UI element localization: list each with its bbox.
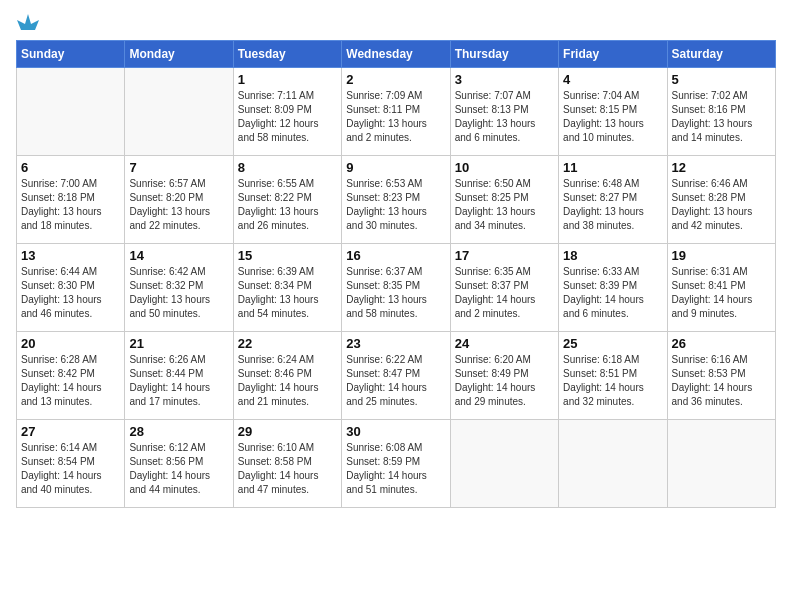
calendar-header: SundayMondayTuesdayWednesdayThursdayFrid… [17, 41, 776, 68]
calendar-cell [17, 68, 125, 156]
calendar-week-row: 27Sunrise: 6:14 AM Sunset: 8:54 PM Dayli… [17, 420, 776, 508]
day-info: Sunrise: 6:46 AM Sunset: 8:28 PM Dayligh… [672, 177, 771, 233]
day-number: 7 [129, 160, 228, 175]
calendar-cell [450, 420, 558, 508]
calendar-cell: 13Sunrise: 6:44 AM Sunset: 8:30 PM Dayli… [17, 244, 125, 332]
day-number: 16 [346, 248, 445, 263]
calendar-cell: 20Sunrise: 6:28 AM Sunset: 8:42 PM Dayli… [17, 332, 125, 420]
day-number: 5 [672, 72, 771, 87]
day-number: 11 [563, 160, 662, 175]
calendar-cell: 14Sunrise: 6:42 AM Sunset: 8:32 PM Dayli… [125, 244, 233, 332]
calendar-cell: 23Sunrise: 6:22 AM Sunset: 8:47 PM Dayli… [342, 332, 450, 420]
day-info: Sunrise: 7:04 AM Sunset: 8:15 PM Dayligh… [563, 89, 662, 145]
day-number: 9 [346, 160, 445, 175]
day-number: 10 [455, 160, 554, 175]
logo-icon [17, 12, 39, 32]
day-info: Sunrise: 6:35 AM Sunset: 8:37 PM Dayligh… [455, 265, 554, 321]
day-number: 24 [455, 336, 554, 351]
day-info: Sunrise: 6:31 AM Sunset: 8:41 PM Dayligh… [672, 265, 771, 321]
calendar-cell: 4Sunrise: 7:04 AM Sunset: 8:15 PM Daylig… [559, 68, 667, 156]
day-info: Sunrise: 6:10 AM Sunset: 8:58 PM Dayligh… [238, 441, 337, 497]
day-info: Sunrise: 6:26 AM Sunset: 8:44 PM Dayligh… [129, 353, 228, 409]
calendar-cell: 11Sunrise: 6:48 AM Sunset: 8:27 PM Dayli… [559, 156, 667, 244]
day-number: 2 [346, 72, 445, 87]
day-info: Sunrise: 6:33 AM Sunset: 8:39 PM Dayligh… [563, 265, 662, 321]
day-number: 12 [672, 160, 771, 175]
calendar-cell: 22Sunrise: 6:24 AM Sunset: 8:46 PM Dayli… [233, 332, 341, 420]
page-header [16, 16, 776, 28]
calendar-cell: 9Sunrise: 6:53 AM Sunset: 8:23 PM Daylig… [342, 156, 450, 244]
calendar-cell: 24Sunrise: 6:20 AM Sunset: 8:49 PM Dayli… [450, 332, 558, 420]
calendar-table: SundayMondayTuesdayWednesdayThursdayFrid… [16, 40, 776, 508]
day-info: Sunrise: 7:11 AM Sunset: 8:09 PM Dayligh… [238, 89, 337, 145]
calendar-week-row: 6Sunrise: 7:00 AM Sunset: 8:18 PM Daylig… [17, 156, 776, 244]
day-number: 4 [563, 72, 662, 87]
day-number: 28 [129, 424, 228, 439]
day-info: Sunrise: 6:18 AM Sunset: 8:51 PM Dayligh… [563, 353, 662, 409]
calendar-cell: 17Sunrise: 6:35 AM Sunset: 8:37 PM Dayli… [450, 244, 558, 332]
day-info: Sunrise: 6:16 AM Sunset: 8:53 PM Dayligh… [672, 353, 771, 409]
calendar-cell: 1Sunrise: 7:11 AM Sunset: 8:09 PM Daylig… [233, 68, 341, 156]
day-number: 27 [21, 424, 120, 439]
day-number: 1 [238, 72, 337, 87]
calendar-body: 1Sunrise: 7:11 AM Sunset: 8:09 PM Daylig… [17, 68, 776, 508]
day-info: Sunrise: 6:44 AM Sunset: 8:30 PM Dayligh… [21, 265, 120, 321]
weekday-header: Friday [559, 41, 667, 68]
header-row: SundayMondayTuesdayWednesdayThursdayFrid… [17, 41, 776, 68]
day-info: Sunrise: 6:37 AM Sunset: 8:35 PM Dayligh… [346, 265, 445, 321]
day-info: Sunrise: 6:42 AM Sunset: 8:32 PM Dayligh… [129, 265, 228, 321]
day-number: 19 [672, 248, 771, 263]
calendar-cell: 2Sunrise: 7:09 AM Sunset: 8:11 PM Daylig… [342, 68, 450, 156]
day-info: Sunrise: 6:14 AM Sunset: 8:54 PM Dayligh… [21, 441, 120, 497]
day-number: 29 [238, 424, 337, 439]
calendar-cell: 12Sunrise: 6:46 AM Sunset: 8:28 PM Dayli… [667, 156, 775, 244]
weekday-header: Sunday [17, 41, 125, 68]
day-number: 15 [238, 248, 337, 263]
day-info: Sunrise: 6:50 AM Sunset: 8:25 PM Dayligh… [455, 177, 554, 233]
day-number: 8 [238, 160, 337, 175]
day-number: 25 [563, 336, 662, 351]
calendar-cell: 5Sunrise: 7:02 AM Sunset: 8:16 PM Daylig… [667, 68, 775, 156]
day-info: Sunrise: 7:09 AM Sunset: 8:11 PM Dayligh… [346, 89, 445, 145]
day-info: Sunrise: 6:08 AM Sunset: 8:59 PM Dayligh… [346, 441, 445, 497]
calendar-cell [559, 420, 667, 508]
day-number: 6 [21, 160, 120, 175]
calendar-cell: 26Sunrise: 6:16 AM Sunset: 8:53 PM Dayli… [667, 332, 775, 420]
day-number: 3 [455, 72, 554, 87]
calendar-cell: 18Sunrise: 6:33 AM Sunset: 8:39 PM Dayli… [559, 244, 667, 332]
day-number: 18 [563, 248, 662, 263]
day-info: Sunrise: 6:39 AM Sunset: 8:34 PM Dayligh… [238, 265, 337, 321]
day-number: 20 [21, 336, 120, 351]
day-number: 30 [346, 424, 445, 439]
day-info: Sunrise: 7:07 AM Sunset: 8:13 PM Dayligh… [455, 89, 554, 145]
day-number: 26 [672, 336, 771, 351]
calendar-cell: 29Sunrise: 6:10 AM Sunset: 8:58 PM Dayli… [233, 420, 341, 508]
weekday-header: Tuesday [233, 41, 341, 68]
day-info: Sunrise: 6:53 AM Sunset: 8:23 PM Dayligh… [346, 177, 445, 233]
calendar-cell: 3Sunrise: 7:07 AM Sunset: 8:13 PM Daylig… [450, 68, 558, 156]
calendar-week-row: 13Sunrise: 6:44 AM Sunset: 8:30 PM Dayli… [17, 244, 776, 332]
calendar-cell: 28Sunrise: 6:12 AM Sunset: 8:56 PM Dayli… [125, 420, 233, 508]
day-number: 13 [21, 248, 120, 263]
day-number: 14 [129, 248, 228, 263]
weekday-header: Wednesday [342, 41, 450, 68]
day-info: Sunrise: 6:24 AM Sunset: 8:46 PM Dayligh… [238, 353, 337, 409]
day-number: 21 [129, 336, 228, 351]
calendar-cell: 8Sunrise: 6:55 AM Sunset: 8:22 PM Daylig… [233, 156, 341, 244]
calendar-cell: 10Sunrise: 6:50 AM Sunset: 8:25 PM Dayli… [450, 156, 558, 244]
day-info: Sunrise: 6:48 AM Sunset: 8:27 PM Dayligh… [563, 177, 662, 233]
day-number: 23 [346, 336, 445, 351]
svg-marker-0 [17, 14, 39, 30]
day-info: Sunrise: 6:20 AM Sunset: 8:49 PM Dayligh… [455, 353, 554, 409]
weekday-header: Saturday [667, 41, 775, 68]
calendar-cell: 15Sunrise: 6:39 AM Sunset: 8:34 PM Dayli… [233, 244, 341, 332]
day-info: Sunrise: 6:55 AM Sunset: 8:22 PM Dayligh… [238, 177, 337, 233]
day-info: Sunrise: 7:02 AM Sunset: 8:16 PM Dayligh… [672, 89, 771, 145]
calendar-cell: 7Sunrise: 6:57 AM Sunset: 8:20 PM Daylig… [125, 156, 233, 244]
day-info: Sunrise: 6:12 AM Sunset: 8:56 PM Dayligh… [129, 441, 228, 497]
day-number: 22 [238, 336, 337, 351]
day-info: Sunrise: 6:57 AM Sunset: 8:20 PM Dayligh… [129, 177, 228, 233]
calendar-week-row: 1Sunrise: 7:11 AM Sunset: 8:09 PM Daylig… [17, 68, 776, 156]
calendar-cell: 16Sunrise: 6:37 AM Sunset: 8:35 PM Dayli… [342, 244, 450, 332]
weekday-header: Thursday [450, 41, 558, 68]
